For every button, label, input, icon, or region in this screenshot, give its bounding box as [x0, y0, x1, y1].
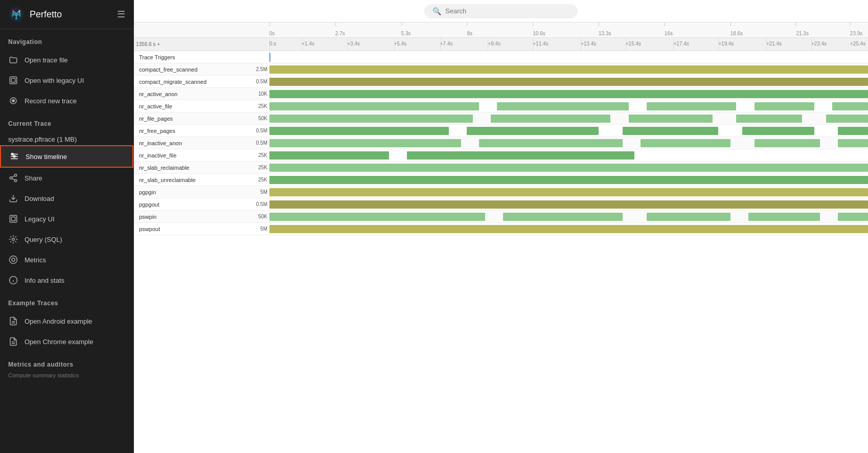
sidebar: Perfetto ☰ Navigation Open trace file Op… [0, 0, 134, 453]
row-label-10: pgpgin [134, 189, 246, 195]
record-trace-label: Record new trace [25, 97, 77, 105]
row-label-4: nr_file_pages [134, 116, 246, 122]
secondary-ruler-base: 1356.6 s + [136, 41, 160, 47]
ruler-tick-2: 5.3s [401, 31, 411, 36]
svg-rect-4 [10, 77, 17, 84]
ruler-tick-5: 13.3s [599, 31, 611, 36]
sidebar-item-show-timeline[interactable]: Show timeline [0, 145, 133, 168]
share-label: Share [25, 174, 42, 182]
row-label-0: compact_free_scanned [134, 66, 246, 73]
open-legacy-label: Open with legacy UI [25, 77, 84, 84]
row-value-6: 0.5M [246, 140, 269, 146]
sidebar-item-open-trace[interactable]: Open trace file [0, 50, 133, 70]
search-box[interactable]: 🔍 [424, 4, 578, 18]
row-label-11: pgpgout [134, 201, 246, 208]
metrics-auditors-title: Metrics and auditors [0, 352, 133, 372]
metrics-label: Metrics [25, 256, 46, 264]
info-stats-label: Info and stats [25, 277, 64, 284]
svg-rect-20 [11, 217, 15, 221]
svg-rect-5 [11, 78, 15, 82]
row-label-9: nr_slab_unreclaimable [134, 177, 246, 183]
row-value-3: 25K [246, 103, 269, 109]
svg-point-7 [12, 99, 15, 102]
app-name: Perfetto [30, 9, 62, 20]
info-icon [8, 275, 18, 285]
sidebar-item-legacy-ui[interactable]: Legacy UI [0, 209, 133, 229]
row-bar-4 [269, 112, 868, 124]
svg-point-15 [14, 179, 17, 182]
secondary-ruler: 1356.6 s + 0.s +1.4s +3.4s +5.4s +7.4s +… [134, 38, 868, 51]
svg-rect-19 [10, 215, 17, 222]
row-label-trace-triggers: Trace Triggers [134, 54, 246, 60]
table-row: nr_free_pages 0.5M [134, 125, 868, 137]
s-tick-12: +23.4s [811, 41, 827, 47]
table-row: Trace Triggers [134, 51, 868, 63]
row-bar-6 [269, 137, 868, 149]
table-row: nr_slab_reclaimable 25K [134, 162, 868, 174]
row-value-8: 25K [246, 165, 269, 170]
top-ruler: 0s 2.7s 5.3s 8s 10.6s 13.3s 16s 18.6s 21… [134, 22, 868, 38]
row-label-13: pswpout [134, 226, 246, 232]
row-label-7: nr_inactive_file [134, 152, 246, 158]
row-bar-10 [269, 186, 868, 198]
legacy-ui-label: Legacy UI [25, 215, 55, 223]
row-bar-7 [269, 149, 868, 161]
s-tick-13: +25.4s [850, 41, 865, 47]
ruler-tick-6: 16s [665, 31, 673, 36]
sidebar-item-open-legacy[interactable]: Open with legacy UI [0, 70, 133, 90]
row-bar-3 [269, 100, 868, 112]
sidebar-item-info-stats[interactable]: Info and stats [0, 270, 133, 290]
svg-point-2 [18, 10, 20, 12]
sidebar-header: Perfetto ☰ [0, 0, 133, 29]
svg-point-23 [12, 258, 15, 261]
row-label-5: nr_free_pages [134, 128, 246, 134]
table-row: nr_inactive_anon 0.5M [134, 137, 868, 149]
sidebar-item-android-example[interactable]: Open Android example [0, 311, 133, 331]
download-label: Download [25, 195, 54, 202]
s-tick-11: +21.4s [766, 41, 782, 47]
s-tick-5: +9.4s [488, 41, 500, 47]
table-row: nr_inactive_file 25K [134, 149, 868, 162]
android-doc-icon [8, 316, 18, 326]
row-bar-0 [269, 63, 868, 75]
row-label-8: nr_slab_reclaimable [134, 165, 246, 171]
sidebar-item-chrome-example[interactable]: Open Chrome example [0, 331, 133, 352]
sidebar-item-record-trace[interactable]: Record new trace [0, 90, 133, 111]
perfetto-logo-icon [8, 6, 25, 22]
sidebar-item-download[interactable]: Download [0, 188, 133, 209]
svg-line-17 [12, 176, 14, 177]
search-input[interactable] [445, 7, 568, 15]
current-trace-title: Current Trace [0, 111, 133, 131]
topbar: 🔍 [134, 0, 868, 22]
svg-rect-11 [12, 153, 13, 155]
svg-point-3 [15, 17, 17, 19]
s-tick-4: +7.4s [440, 41, 453, 47]
svg-rect-12 [14, 156, 15, 157]
row-label-1: compact_migrate_scanned [134, 79, 246, 85]
table-row: pswpin 50K [134, 211, 868, 223]
sidebar-item-share[interactable]: Share [0, 168, 133, 188]
row-bar-5 [269, 125, 868, 137]
timeline-container: 0s 2.7s 5.3s 8s 10.6s 13.3s 16s 18.6s 21… [134, 22, 868, 453]
hamburger-menu[interactable]: ☰ [117, 9, 125, 20]
table-row: pgpgin 5M [134, 186, 868, 198]
sidebar-item-metrics[interactable]: Metrics [0, 250, 133, 270]
table-row: pgpgout 0.5M [134, 198, 868, 211]
row-value-7: 25K [246, 152, 269, 158]
row-bar-11 [269, 198, 868, 210]
row-value-10: 5M [246, 189, 269, 195]
row-value-5: 0.5M [246, 128, 269, 133]
trace-rows: Trace Triggers compact_free_scanned 2.5M… [134, 51, 868, 453]
show-timeline-label: Show timeline [26, 153, 67, 161]
row-bar-9 [269, 174, 868, 186]
s-tick-1: +1.4s [302, 41, 314, 47]
navigation-section-title: Navigation [0, 29, 133, 50]
table-row: compact_free_scanned 2.5M [134, 63, 868, 76]
logo-area: Perfetto [8, 6, 62, 22]
chrome-example-label: Open Chrome example [25, 338, 93, 346]
ruler-tick-1: 2.7s [335, 31, 345, 36]
sidebar-item-query-sql[interactable]: Query (SQL) [0, 229, 133, 250]
timeline-icon [9, 151, 19, 162]
row-bar-2 [269, 88, 868, 100]
s-tick-10: +19.4s [718, 41, 734, 47]
